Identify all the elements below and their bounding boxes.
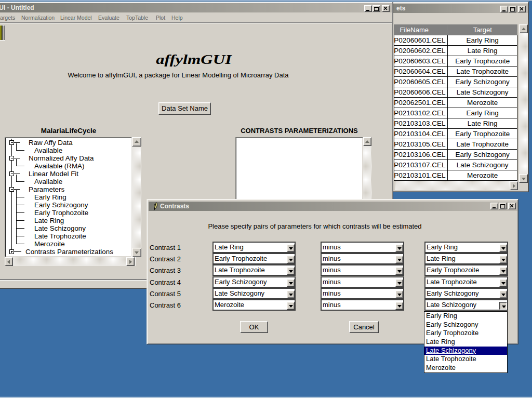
svg-text:Raw Affy Data: Raw Affy Data	[29, 139, 73, 147]
svg-text:Parameters: Parameters	[29, 185, 65, 193]
svg-text:Available: Available	[34, 178, 62, 185]
svg-text:Early Schizogony: Early Schizogony	[34, 201, 88, 209]
svg-text:Merozoite: Merozoite	[34, 240, 65, 248]
svg-text:Early Trophozoite: Early Trophozoite	[34, 209, 88, 217]
svg-text:Normalized Affy Data: Normalized Affy Data	[29, 154, 94, 162]
svg-text:Linear Model Fit: Linear Model Fit	[29, 170, 78, 178]
svg-text:Late Trophozoite: Late Trophozoite	[34, 232, 86, 240]
svg-text:Contrasts Parameterizations: Contrasts Parameterizations	[25, 248, 113, 256]
svg-text:Late Ring: Late Ring	[34, 217, 64, 224]
svg-text:Available: Available	[34, 147, 62, 154]
svg-text:Late Schizogony: Late Schizogony	[34, 224, 86, 232]
svg-text:Available (RMA): Available (RMA)	[34, 162, 85, 170]
svg-text:Early Ring: Early Ring	[34, 193, 66, 201]
